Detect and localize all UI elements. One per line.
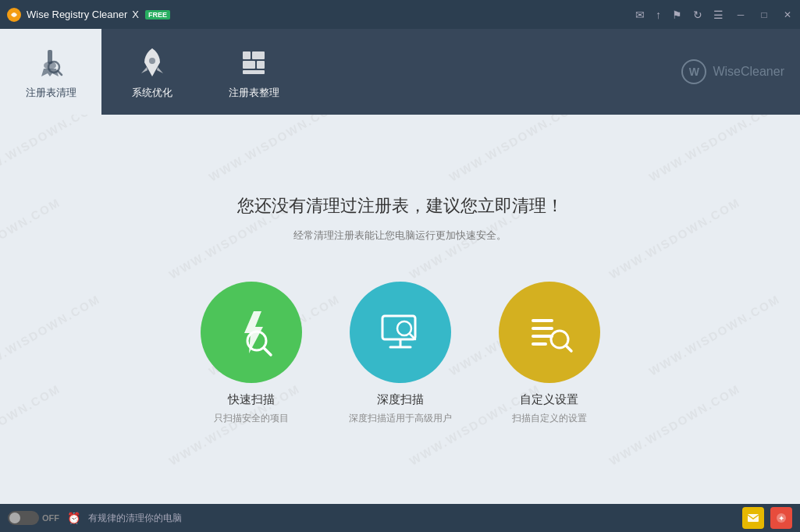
fast-scan-desc: 只扫描安全的项目 (214, 412, 289, 425)
maximize-button[interactable]: □ (758, 9, 770, 21)
svg-line-23 (566, 346, 571, 351)
deep-scan-title: 深度扫描 (377, 392, 424, 407)
svg-rect-8 (243, 61, 255, 69)
version-label: X (132, 9, 139, 20)
registry-defrag-icon (235, 44, 272, 81)
tab-registry-defrag[interactable]: 注册表整理 (203, 29, 304, 115)
toggle-switch[interactable]: OFF (8, 511, 59, 525)
svg-line-4 (58, 71, 62, 75)
main-title: 您还没有清理过注册表，建议您立即清理！ (237, 194, 564, 218)
custom-settings-desc: 扫描自定义的设置 (512, 412, 587, 425)
svg-rect-9 (257, 61, 265, 69)
custom-settings-card[interactable]: 自定义设置 扫描自定义的设置 (499, 282, 600, 425)
statusbar-right-icons: ✦ (742, 507, 792, 529)
toggle-knob (9, 512, 20, 523)
flag-icon[interactable]: ⚑ (672, 9, 682, 21)
close-button[interactable]: ✕ (781, 9, 794, 21)
main-content: 您还没有清理过注册表，建议您立即清理！ 经常清理注册表能让您电脑运行更加快速安全… (201, 194, 600, 425)
fast-scan-circle (201, 282, 302, 383)
tab-registry-clean-label: 注册表清理 (26, 86, 76, 100)
deep-scan-card[interactable]: 深度扫描 深度扫描适用于高级用户 (349, 282, 452, 425)
minimize-button[interactable]: ─ (734, 9, 747, 21)
svg-rect-24 (748, 514, 759, 522)
tab-system-optimize-label: 系统优化 (132, 86, 172, 100)
custom-settings-title: 自定义设置 (520, 392, 578, 407)
custom-settings-circle (499, 282, 600, 383)
fast-scan-card[interactable]: 快速扫描 只扫描安全的项目 (201, 282, 302, 425)
statusbar: OFF ⏰ 有规律的清理你的电脑 ✦ (0, 504, 800, 532)
status-text: 有规律的清理你的电脑 (88, 512, 182, 525)
toolbar: 注册表清理 系统优化 注册表整理 (0, 29, 800, 115)
refresh-icon[interactable]: ↻ (693, 9, 702, 21)
main-content-area: WWW.WISDOWN.COM WWW.WISDOWN.COM WWW.WISD… (0, 115, 800, 504)
svg-rect-7 (252, 51, 265, 59)
scan-options: 快速扫描 只扫描安全的项目 深度扫描 深度扫描适用于高级用户 (201, 282, 600, 425)
menu-icon[interactable]: ☰ (713, 9, 724, 21)
titlebar-controls: ✉ ↑ ⚑ ↻ ☰ ─ □ ✕ (635, 9, 794, 21)
toggle-background[interactable] (8, 511, 39, 525)
titlebar: Wise Registry Cleaner X FREE ✉ ↑ ⚑ ↻ ☰ ─… (0, 0, 800, 29)
tab-system-optimize[interactable]: 系统优化 (101, 29, 203, 115)
clock-icon: ⏰ (67, 512, 80, 524)
tab-registry-defrag-label: 注册表整理 (229, 86, 279, 100)
app-title: Wise Registry Cleaner (27, 9, 127, 20)
svg-line-12 (264, 348, 271, 355)
notification-icon-yellow[interactable] (742, 507, 764, 529)
fast-scan-title: 快速扫描 (228, 392, 275, 407)
svg-text:✦: ✦ (778, 514, 784, 523)
brand-text: WiseCleaner (713, 65, 784, 79)
titlebar-left: Wise Registry Cleaner X FREE (6, 7, 170, 23)
free-badge: FREE (145, 10, 170, 20)
deep-scan-desc: 深度扫描适用于高级用户 (349, 412, 452, 425)
upload-icon[interactable]: ↑ (656, 9, 661, 21)
deep-scan-circle (350, 282, 451, 383)
app-icon (6, 7, 22, 23)
brand: W WiseCleaner (681, 59, 784, 84)
notification-icon-red[interactable]: ✦ (770, 507, 792, 529)
tab-registry-clean[interactable]: 注册表清理 (0, 29, 101, 115)
svg-rect-10 (243, 70, 265, 74)
brand-circle: W (681, 59, 706, 84)
svg-point-5 (149, 58, 155, 64)
svg-rect-6 (243, 51, 251, 59)
system-optimize-icon (133, 44, 171, 81)
toggle-label: OFF (42, 513, 59, 523)
registry-clean-icon (32, 44, 69, 81)
main-subtitle: 经常清理注册表能让您电脑运行更加快速安全。 (293, 229, 507, 243)
mail-icon[interactable]: ✉ (635, 9, 645, 21)
